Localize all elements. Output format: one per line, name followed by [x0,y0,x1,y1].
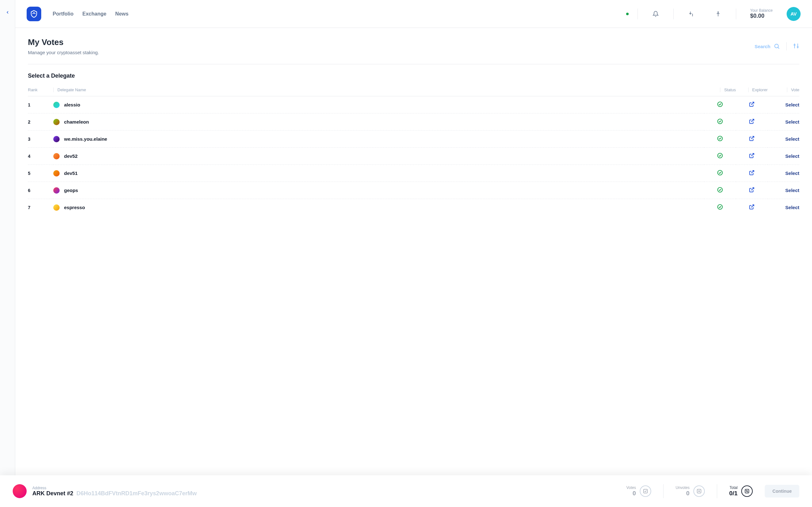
svg-point-0 [718,11,718,12]
col-header-explorer: Explorer [748,88,768,92]
explorer-link[interactable] [749,137,755,142]
delegate-rank: 1 [28,96,53,113]
explorer-link[interactable] [749,206,755,211]
table-row: 3 we.miss.you.elaine Select [28,130,799,148]
explorer-link[interactable] [749,171,755,176]
table-row: 2 chameleon Select [28,113,799,130]
nav-news[interactable]: News [115,11,129,17]
wallet-avatar [13,484,27,498]
page-header: My Votes Manage your cryptoasset staking… [28,38,799,64]
explorer-link[interactable] [749,154,755,159]
topbar: Portfolio Exchange News Your Balance $0.… [15,0,812,28]
svg-line-2 [778,47,779,49]
external-link-icon [749,118,755,124]
explorer-link[interactable] [749,188,755,193]
explorer-link[interactable] [749,120,755,125]
delegate-name: alessio [64,102,80,107]
profile-avatar[interactable]: AV [786,7,801,21]
select-button[interactable]: Select [785,136,799,142]
select-button[interactable]: Select [785,170,799,176]
delegate-avatar [53,153,60,159]
search-label: Search [755,44,770,49]
unvote-x-icon [696,488,702,494]
page-title: My Votes [28,38,99,47]
address-label: Address [32,486,614,490]
vote-footer: Address ARK Devnet #2 D6Ho114BdFVtnRD1mF… [0,475,812,507]
shield-icon [30,10,38,18]
status-ok-icon [717,155,723,160]
votes-label: Votes [626,486,636,490]
delegate-avatar [53,205,60,211]
receive-icon [688,11,695,17]
external-link-icon [749,153,755,158]
status-ok-icon [717,206,723,211]
send-button[interactable] [709,11,727,17]
notifications-button[interactable] [647,11,664,17]
svg-line-18 [751,187,754,190]
select-button[interactable]: Select [785,153,799,159]
unvotes-summary: Unvotes 0 [669,486,711,497]
col-header-vote: Vote [787,88,799,92]
delegate-rank: 7 [28,199,53,216]
filter-button[interactable] [793,43,799,50]
svg-line-10 [751,119,754,122]
send-icon [715,11,721,17]
total-icon-wrap [741,486,753,497]
section-title: Select a Delegate [28,72,799,79]
receive-button[interactable] [682,11,700,17]
delegate-rank: 5 [28,165,53,182]
svg-line-14 [751,153,754,156]
total-label: Total [729,486,738,490]
status-ok-icon [717,189,723,194]
delegate-rank: 4 [28,148,53,165]
delegate-rank: 3 [28,130,53,148]
select-button[interactable]: Select [785,187,799,193]
connection-status-dot [626,13,629,15]
balance-label: Your Balance [750,8,773,13]
svg-point-1 [774,44,778,48]
explorer-link[interactable] [749,103,755,108]
delegate-name: dev52 [64,153,78,159]
chevron-left-icon [5,10,10,14]
votes-summary: Votes 0 [620,486,658,497]
votes-value: 0 [626,490,636,497]
unvotes-icon-wrap [693,486,705,497]
delegate-rank: 2 [28,113,53,130]
nav-exchange[interactable]: Exchange [83,11,107,17]
status-ok-icon [717,137,723,143]
svg-point-27 [746,490,747,491]
select-button[interactable]: Select [785,102,799,107]
status-ok-icon [717,120,723,125]
table-row: 7 espresso Select [28,199,799,216]
balance: Your Balance $0.00 [745,8,778,19]
back-rail[interactable] [0,0,15,507]
edit-percent-icon [744,488,750,494]
svg-point-4 [794,44,795,45]
delegate-avatar [53,170,60,176]
vote-check-icon [643,488,648,494]
app-logo[interactable] [27,7,41,21]
delegate-avatar [53,119,60,125]
svg-line-16 [751,170,754,173]
wallet-address: D6Ho114BdFVtnRD1mFe3rys2wwoaC7erMw [77,490,197,497]
svg-line-20 [751,205,754,207]
continue-button[interactable]: Continue [765,485,799,498]
select-button[interactable]: Select [785,205,799,210]
svg-point-28 [748,492,748,493]
votes-icon-wrap [640,486,651,497]
search-button[interactable]: Search [755,43,780,49]
svg-line-12 [751,136,754,139]
unvotes-value: 0 [676,490,690,497]
nav-portfolio[interactable]: Portfolio [53,11,73,17]
page-description: Manage your cryptoasset staking. [28,50,99,55]
col-header-name: Delegate Name [53,88,86,92]
table-row: 1 alessio Select [28,96,799,113]
external-link-icon [749,101,755,107]
select-button[interactable]: Select [785,119,799,124]
delegate-name: espresso [64,205,85,210]
svg-point-6 [797,46,798,47]
bell-icon [653,11,659,17]
table-row: 5 dev51 Select [28,165,799,182]
status-ok-icon [717,103,723,108]
delegates-table: Rank Delegate Name Status Explorer Vote … [28,83,799,216]
